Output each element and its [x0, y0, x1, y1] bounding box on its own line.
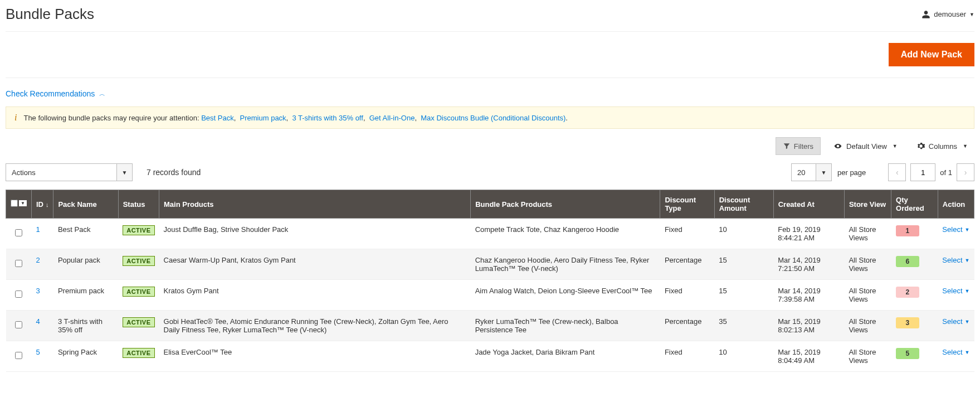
status-badge: ACTIVE	[123, 287, 154, 297]
chevron-down-icon: ▼	[893, 143, 898, 149]
cell-bundle-products: Aim Analog Watch, Deion Long-Sleeve Ever…	[471, 280, 660, 311]
cell-main-products: Caesar Warm-Up Pant, Kratos Gym Pant	[159, 249, 471, 280]
page-size-selector[interactable]: 20 ▼	[791, 163, 832, 181]
select-action[interactable]: Select ▼	[942, 256, 969, 264]
row-checkbox[interactable]	[15, 352, 22, 359]
qty-badge: 5	[896, 348, 920, 359]
default-view-button[interactable]: Default View ▼	[826, 137, 904, 155]
cell-discount-amount: 35	[714, 311, 773, 341]
eye-icon	[833, 142, 843, 150]
cell-discount-type: Fixed	[660, 219, 714, 249]
cell-pack-name: Premium pack	[53, 280, 118, 311]
funnel-icon	[783, 142, 791, 150]
row-checkbox[interactable]	[15, 260, 22, 267]
filters-label: Filters	[794, 142, 813, 151]
cell-bundle-products: Jade Yoga Jacket, Daria Bikram Pant	[471, 341, 660, 372]
cell-qty-ordered: 5	[891, 341, 938, 372]
prev-page-button[interactable]: ‹	[888, 163, 906, 181]
page-size-toggle[interactable]: ▼	[816, 163, 832, 181]
header-created-at[interactable]: Created At	[773, 190, 844, 219]
header-store-view[interactable]: Store View	[844, 190, 891, 219]
cell-action: Select ▼	[938, 219, 974, 249]
notice-link-0[interactable]: Best Pack	[201, 114, 234, 122]
cell-bundle-products: Compete Track Tote, Chaz Kangeroo Hoodie	[471, 219, 660, 249]
select-all-toggle[interactable]: ▼	[19, 200, 27, 206]
status-badge: ACTIVE	[123, 256, 154, 266]
header-pack-name[interactable]: Pack Name	[53, 190, 118, 219]
notice-link-1[interactable]: Premium pack	[240, 114, 286, 122]
cell-store-view: All Store Views	[844, 311, 891, 341]
add-new-pack-button[interactable]: Add New Pack	[889, 43, 974, 66]
qty-badge: 3	[896, 317, 920, 328]
table-row[interactable]: 3 Premium pack ACTIVE Kratos Gym Pant Ai…	[6, 280, 974, 311]
check-recommendations-link[interactable]: Check Recommendations ︿	[6, 89, 105, 98]
page-size-value: 20	[791, 163, 816, 181]
row-checkbox[interactable]	[15, 321, 22, 328]
actions-toggle[interactable]: ▼	[117, 163, 133, 181]
header-id[interactable]: ID↓	[31, 190, 53, 219]
actions-dropdown[interactable]: Actions ▼	[6, 163, 133, 181]
cell-discount-amount: 15	[714, 280, 773, 311]
cell-discount-amount: 15	[714, 249, 773, 280]
page-input[interactable]	[910, 163, 935, 181]
cell-id: 2	[31, 249, 53, 280]
cell-main-products: Gobi HeatTec® Tee, Atomic Endurance Runn…	[159, 311, 471, 341]
notice-bar: i The following bundle packs may require…	[6, 106, 974, 129]
user-menu[interactable]: demouser ▼	[922, 10, 974, 19]
cell-qty-ordered: 1	[891, 219, 938, 249]
select-action[interactable]: Select ▼	[942, 225, 969, 234]
select-all-checkbox[interactable]	[11, 200, 18, 207]
qty-badge: 2	[896, 287, 920, 298]
header-checkbox-col[interactable]: ▼	[6, 190, 32, 219]
cell-created-at: Mar 15, 2019 8:04:49 AM	[773, 341, 844, 372]
data-grid: ▼ ID↓ Pack Name Status Main Products Bun…	[6, 190, 974, 372]
cell-status: ACTIVE	[118, 311, 159, 341]
select-action[interactable]: Select ▼	[942, 348, 969, 356]
chevron-down-icon: ▼	[969, 12, 974, 17]
cell-discount-type: Percentage	[660, 311, 714, 341]
chevron-down-icon: ▼	[965, 319, 970, 325]
cell-created-at: Mar 14, 2019 7:21:50 AM	[773, 249, 844, 280]
status-badge: ACTIVE	[123, 348, 154, 358]
chevron-right-icon: ›	[964, 168, 967, 177]
cell-pack-name: Best Pack	[53, 219, 118, 249]
cell-id: 5	[31, 341, 53, 372]
header-main-products[interactable]: Main Products	[159, 190, 471, 219]
cell-qty-ordered: 3	[891, 311, 938, 341]
table-row[interactable]: 2 Popular pack ACTIVE Caesar Warm-Up Pan…	[6, 249, 974, 280]
cell-pack-name: 3 T-shirts with 35% off	[53, 311, 118, 341]
cell-id: 1	[31, 219, 53, 249]
select-action[interactable]: Select ▼	[942, 287, 969, 295]
user-icon	[922, 10, 930, 19]
columns-button[interactable]: Columns ▼	[910, 137, 974, 155]
cell-main-products: Kratos Gym Pant	[159, 280, 471, 311]
header-action[interactable]: Action	[938, 190, 974, 219]
notice-link-3[interactable]: Get All-in-One	[369, 114, 415, 122]
cell-status: ACTIVE	[118, 341, 159, 372]
next-page-button[interactable]: ›	[957, 163, 974, 181]
notice-link-4[interactable]: Max Discoutns Budle (Conditional Discoun…	[421, 114, 565, 122]
header-discount-amount[interactable]: Discount Amount	[714, 190, 773, 219]
table-row[interactable]: 4 3 T-shirts with 35% off ACTIVE Gobi He…	[6, 311, 974, 341]
table-row[interactable]: 1 Best Pack ACTIVE Joust Duffle Bag, Str…	[6, 219, 974, 249]
cell-store-view: All Store Views	[844, 280, 891, 311]
per-page-label: per page	[837, 168, 866, 177]
select-action[interactable]: Select ▼	[942, 317, 969, 326]
row-checkbox[interactable]	[15, 291, 22, 298]
notice-link-2[interactable]: 3 T-shirts with 35% off	[292, 114, 363, 122]
cell-action: Select ▼	[938, 249, 974, 280]
cell-store-view: All Store Views	[844, 341, 891, 372]
cell-action: Select ▼	[938, 311, 974, 341]
table-row[interactable]: 5 Spring Pack ACTIVE Elisa EverCool™ Tee…	[6, 341, 974, 372]
cell-action: Select ▼	[938, 341, 974, 372]
header-bundle-products[interactable]: Bundle Pack Products	[471, 190, 660, 219]
header-status[interactable]: Status	[118, 190, 159, 219]
cell-pack-name: Spring Pack	[53, 341, 118, 372]
header-discount-type[interactable]: Discount Type	[660, 190, 714, 219]
chevron-down-icon: ▼	[965, 258, 970, 263]
filters-button[interactable]: Filters	[776, 137, 821, 155]
header-qty-ordered[interactable]: Qty Ordered	[891, 190, 938, 219]
row-checkbox[interactable]	[15, 229, 22, 236]
chevron-down-icon: ▼	[963, 143, 968, 149]
cell-status: ACTIVE	[118, 280, 159, 311]
